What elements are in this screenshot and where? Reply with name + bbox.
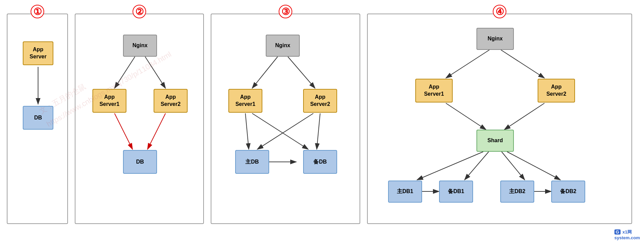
diagram-panel-2: ② Nginx AppServe [75, 14, 204, 224]
node-nginx-3: Nginx [266, 35, 300, 57]
svg-line-9 [252, 57, 278, 88]
node-masterdb1-4: 主DB1 [388, 181, 422, 203]
node-appserver1-4: AppServer1 [415, 79, 453, 102]
circle-number-4: ④ [493, 5, 506, 18]
node-slavedb1-4: 备DB1 [439, 181, 473, 203]
node-app-server: AppServer [23, 41, 53, 65]
circle-number-1: ① [31, 5, 44, 18]
svg-line-14 [317, 113, 320, 149]
node-slavedb-3: 备DB [303, 150, 337, 174]
svg-line-18 [501, 50, 544, 78]
svg-line-20 [504, 103, 544, 130]
node-appserver2-2: AppServer2 [154, 89, 188, 113]
svg-line-12 [252, 113, 308, 149]
svg-line-4 [115, 57, 135, 88]
svg-line-17 [446, 50, 489, 78]
circle-number-3: ③ [279, 5, 292, 18]
node-slavedb2-4: 备DB2 [551, 181, 585, 203]
node-appserver2-4: AppServer2 [538, 79, 575, 102]
svg-line-11 [245, 113, 249, 149]
logo-area: G x1网system.com [614, 229, 640, 240]
node-db-2: DB [123, 150, 157, 174]
logo-g-letter: G [614, 229, 621, 235]
circle-number-2: ② [133, 5, 146, 18]
svg-line-6 [115, 113, 133, 149]
svg-line-21 [417, 152, 483, 180]
svg-line-24 [507, 152, 560, 180]
node-masterdb-3: 主DB [235, 150, 269, 174]
node-appserver2-3: AppServer2 [303, 89, 337, 113]
node-nginx-4: Nginx [476, 28, 514, 50]
diagram-panel-3: ③ Ng [211, 14, 360, 224]
node-shard-4: Shard [476, 130, 514, 152]
main-container: ① AppServer DB ② [0, 0, 644, 243]
node-appserver1-3: AppServer1 [228, 89, 262, 113]
svg-line-22 [465, 152, 489, 180]
svg-line-13 [257, 113, 313, 149]
svg-line-23 [502, 152, 525, 180]
node-db: DB [23, 106, 53, 130]
svg-line-7 [147, 113, 166, 149]
svg-line-5 [145, 57, 166, 88]
node-appserver1-2: AppServer1 [92, 89, 126, 113]
node-masterdb2-4: 主DB2 [500, 181, 534, 203]
svg-line-19 [446, 103, 486, 130]
node-nginx-2: Nginx [123, 35, 157, 57]
diagram-panel-1: ① AppServer DB [7, 14, 68, 224]
svg-line-10 [288, 57, 315, 88]
diagram-panel-4: ④ [367, 14, 632, 224]
